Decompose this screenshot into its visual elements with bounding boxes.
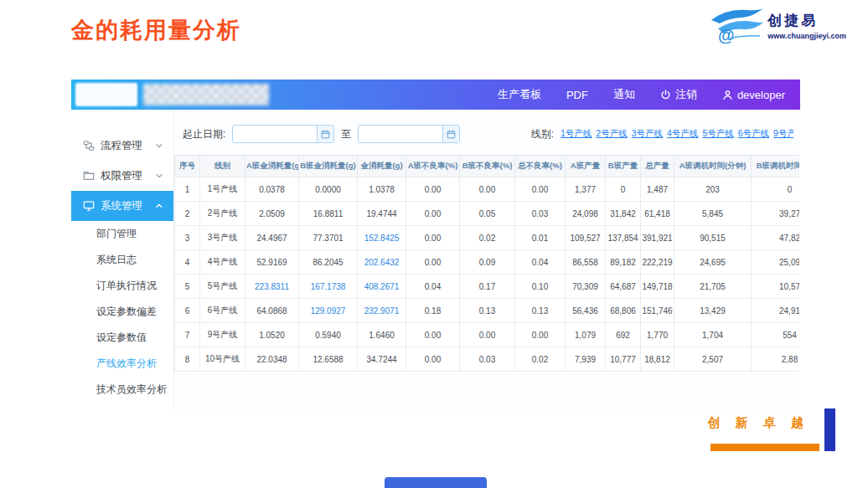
sidebar-item-param-values[interactable]: 设定参数值 (71, 325, 173, 351)
app-header: 生产看板PDF通知注销developer (71, 80, 800, 110)
table-cell: 1 (175, 177, 200, 202)
line-link-line-3[interactable]: 3号产线 (632, 128, 663, 140)
table-cell: 0.13 (515, 299, 566, 323)
slogan-underline-bar (710, 444, 819, 451)
table-cell: 0.04 (515, 250, 566, 275)
chevron-down-icon (155, 141, 163, 150)
table-cell: 64.0868 (245, 299, 299, 323)
table-cell: 0.00 (406, 226, 460, 250)
calendar-icon[interactable] (442, 126, 459, 142)
table-cell: 0.00 (406, 323, 460, 347)
brand-url: www.chuangjieyi.com (767, 32, 846, 40)
table-wrap: 序号线别A班金消耗量(g)B班金消耗量(g)金消耗量(g)A班不良率(%)B班不… (174, 155, 799, 372)
table-cell: 8 (175, 347, 200, 372)
table-cell: 0.13 (460, 299, 515, 323)
table-row: 55号产线223.8311167.1738408.26710.040.170.1… (175, 275, 800, 299)
table-cell: 1.0520 (245, 323, 299, 347)
table-cell: 7,939 (566, 347, 606, 372)
table-cell: 7 (175, 323, 200, 347)
table-cell: 0.01 (515, 226, 566, 250)
sidebar-item-department-management[interactable]: 部门管理 (71, 221, 173, 247)
line-link-line-4[interactable]: 4号产线 (667, 128, 698, 140)
line-link-line-5[interactable]: 5号产线 (702, 128, 733, 140)
table-cell: 16.8811 (299, 202, 358, 226)
sidebar-item-order-execution[interactable]: 订单执行情况 (71, 273, 173, 299)
slogan-accent-bar (824, 408, 835, 451)
sidebar-group-process-management[interactable]: 流程管理 (71, 131, 173, 161)
table-cell: 2.0509 (245, 202, 299, 226)
table-row: 44号产线52.916986.2045202.64320.000.090.048… (175, 250, 800, 275)
start-date-input (232, 125, 334, 143)
main-content: 起止日期: 至 线别: (174, 110, 800, 410)
date-range-label: 起止日期: (183, 127, 225, 141)
table-cell: 232.9071 (358, 299, 406, 323)
nav-item-logout[interactable]: 注销 (660, 87, 697, 102)
nav-item-label: 生产看板 (498, 87, 541, 102)
column-header: 线别 (200, 156, 245, 177)
nav-item-label: developer (737, 89, 785, 101)
table-cell: 1.6460 (358, 323, 406, 347)
table-cell: 0.05 (460, 202, 515, 226)
table-cell: 47,82 (752, 226, 800, 250)
table-cell: 202.6432 (358, 250, 406, 275)
sidebar-group-system-management[interactable]: 系统管理 (71, 191, 173, 221)
column-header: B班金消耗量(g) (299, 156, 358, 177)
nav-item-notifications[interactable]: 通知 (613, 87, 635, 102)
table-cell: 52.9169 (245, 250, 299, 275)
table-cell: 31,842 (606, 202, 641, 226)
table-cell: 129.0927 (299, 299, 358, 323)
nav-item-pdf[interactable]: PDF (566, 89, 588, 101)
power-icon (660, 90, 671, 100)
table-cell: 34.7244 (358, 347, 406, 372)
table-cell: 408.2671 (358, 275, 406, 299)
column-header: A班调机时间(分钟) (674, 156, 752, 177)
table-row: 79号产线1.05200.59401.64600.000.000.001,079… (175, 323, 800, 347)
table-cell: 1号产线 (200, 177, 245, 202)
table-cell: 39,27 (752, 202, 800, 226)
table-cell: 223.8311 (245, 275, 299, 299)
sidebar-group-label: 系统管理 (101, 199, 142, 213)
table-cell: 0.03 (515, 202, 566, 226)
line-link-line-6[interactable]: 6号产线 (738, 128, 769, 140)
line-link-line-2[interactable]: 2号产线 (596, 128, 627, 140)
end-date-field[interactable] (359, 126, 442, 142)
start-date-field[interactable] (233, 126, 317, 142)
nav-item-production-board[interactable]: 生产看板 (498, 87, 541, 102)
table-cell: 3号产线 (200, 226, 245, 250)
table-cell: 1,377 (566, 177, 606, 202)
table-cell: 0.00 (406, 177, 460, 202)
nav-item-user-developer[interactable]: developer (722, 89, 785, 101)
sidebar-group-label: 权限管理 (101, 169, 142, 183)
sidebar-group-permission-management[interactable]: 权限管理 (71, 161, 173, 191)
table-cell: 0.00 (460, 177, 515, 202)
table-cell: 77.3701 (299, 226, 358, 250)
table-body: 11号产线0.03780.00001.03780.000.000.001,377… (175, 177, 800, 372)
column-header: 序号 (175, 156, 200, 177)
sidebar-item-technician-efficiency[interactable]: 技术员效率分析 (71, 377, 173, 403)
sidebar-item-param-deviation[interactable]: 设定参数偏差 (71, 299, 173, 325)
sidebar-item-system-logs[interactable]: 系统日志 (71, 247, 173, 273)
column-header: 金消耗量(g) (358, 156, 406, 177)
column-header: A班产量 (566, 156, 606, 177)
table-cell: 19.4744 (358, 202, 406, 226)
table-cell: 0.00 (515, 323, 566, 347)
line-link-line-1[interactable]: 1号产线 (561, 128, 592, 140)
column-header: A班金消耗量(g) (245, 156, 299, 177)
table-cell: 5 (175, 275, 200, 299)
table-cell: 3 (175, 226, 200, 250)
calendar-icon[interactable] (317, 126, 333, 142)
table-cell: 90,515 (674, 226, 752, 250)
table-cell: 1,770 (641, 323, 674, 347)
line-link-line-9[interactable]: 9号产线 (773, 128, 793, 140)
table-cell: 25,09 (752, 250, 800, 275)
column-header: B班产量 (606, 156, 641, 177)
sidebar-item-line-efficiency[interactable]: 产线效率分析 (71, 351, 173, 377)
table-cell: 13,429 (674, 299, 752, 323)
chevron-down-icon (155, 172, 163, 180)
slogan-text: 创 新 卓 越 (707, 415, 809, 431)
table-cell: 21,705 (674, 275, 752, 299)
end-date-input (358, 125, 460, 143)
table-cell: 89,182 (606, 250, 641, 275)
table-cell: 0.00 (406, 347, 460, 372)
censored-logo (75, 83, 137, 106)
